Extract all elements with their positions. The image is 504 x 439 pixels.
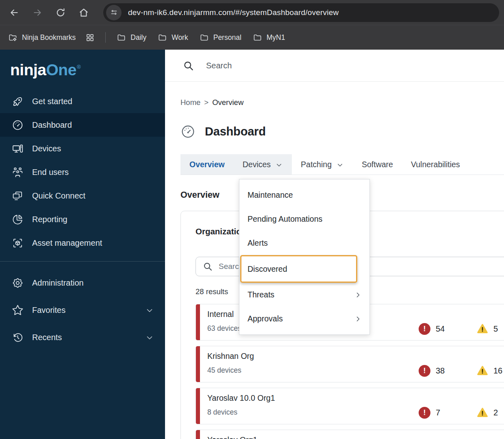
folder-gear-icon xyxy=(8,33,17,42)
org-name: Internal xyxy=(207,310,234,319)
global-search-input[interactable] xyxy=(205,61,378,71)
tab-patching[interactable]: Patching xyxy=(292,154,353,175)
reload-button[interactable] xyxy=(55,7,66,18)
tab-overview[interactable]: Overview xyxy=(180,154,234,175)
address-bar[interactable]: dev-nm-ik6.dev.ninjarmm.com/#/systemDash… xyxy=(103,3,499,22)
org-name: Yaroslav Org1 xyxy=(207,435,257,439)
sidebar-item-favorites[interactable]: Favorites xyxy=(0,297,165,324)
menu-item-maintenance[interactable]: Maintenance xyxy=(239,183,369,207)
star-icon xyxy=(12,304,24,316)
dashboard-gauge-icon xyxy=(180,124,196,139)
folder-icon xyxy=(158,33,167,42)
error-badge-icon: ! xyxy=(419,323,430,335)
org-device-count: 63 devices xyxy=(207,324,241,333)
sidebar-item-recents[interactable]: Recents xyxy=(0,324,165,351)
logo-one-text: One xyxy=(46,61,76,79)
main-area: Home > Overview Dashboard Overview Devic… xyxy=(165,50,504,439)
sidebar-item-asset-management[interactable]: Asset management xyxy=(0,231,165,255)
devices-dropdown-menu: Maintenance Pending Automations Alerts D… xyxy=(239,179,370,335)
sidebar-item-label: Get started xyxy=(32,97,72,106)
org-health-bar xyxy=(196,304,200,340)
sidebar-item-quick-connect[interactable]: Quick Connect xyxy=(0,184,165,207)
sidebar-item-reporting[interactable]: Reporting xyxy=(0,207,165,231)
sidebar-nav-bottom: Administration Favorites Recents xyxy=(0,269,165,351)
sidebar-item-end-users[interactable]: End users xyxy=(0,160,165,184)
menu-item-label: Pending Automations xyxy=(248,214,322,224)
sidebar-item-administration[interactable]: Administration xyxy=(0,269,165,297)
apps-button[interactable] xyxy=(85,33,95,42)
tab-label: Devices xyxy=(243,160,271,169)
org-error-group: ! 54 xyxy=(419,323,445,335)
tab-label: Overview xyxy=(189,160,225,169)
org-error-group: ! 38 xyxy=(419,365,445,377)
connect-icon xyxy=(12,190,24,202)
dashboard-tabs: Overview Devices Patching Software Vulne… xyxy=(180,154,504,175)
bookmark-folder-personal[interactable]: Personal xyxy=(200,33,241,42)
sidebar-item-label: Reporting xyxy=(32,215,67,224)
bookmark-folder-myn1[interactable]: MyN1 xyxy=(253,33,285,42)
menu-item-label: Maintenance xyxy=(248,190,293,200)
error-badge-icon: ! xyxy=(419,365,430,377)
bookmark-folder-label: MyN1 xyxy=(267,33,285,42)
bookmarks-root-label: Ninja Bookmarks xyxy=(22,33,76,42)
forward-button[interactable] xyxy=(32,7,43,18)
tab-devices[interactable]: Devices xyxy=(234,154,292,175)
org-name: Krishnan Org xyxy=(207,352,254,361)
breadcrumb-home[interactable]: Home xyxy=(180,98,200,107)
bookmark-folder-label: Work xyxy=(172,33,188,42)
chevron-down-icon xyxy=(145,333,154,342)
chevron-down-icon xyxy=(145,306,154,315)
ninjaone-logo[interactable]: ninjaOne® xyxy=(0,50,165,79)
warning-count: 16 xyxy=(493,366,502,376)
logo-ninja-text: ninja xyxy=(10,61,46,79)
bookmarks-bar: Ninja Bookmarks DailyWorkPersonalMyN1 xyxy=(0,25,504,50)
org-row-yaroslav-org1[interactable]: Yaroslav Org1 xyxy=(196,430,504,439)
org-health-bar xyxy=(196,430,200,439)
home-button[interactable] xyxy=(78,7,89,18)
pie-icon xyxy=(12,214,24,225)
warning-triangle-icon xyxy=(476,407,489,418)
site-settings-button[interactable] xyxy=(106,5,122,20)
org-warning-group: 2 xyxy=(476,407,498,418)
bookmark-folder-daily[interactable]: Daily xyxy=(117,33,146,42)
gear-icon xyxy=(12,277,24,289)
breadcrumb: Home > Overview xyxy=(180,98,504,107)
error-count: 38 xyxy=(436,366,445,376)
page-title: Dashboard xyxy=(205,125,266,138)
folder-icon xyxy=(253,33,262,42)
bookmarks-separator xyxy=(105,32,106,43)
menu-item-threats[interactable]: Threats xyxy=(239,283,369,307)
rocket-icon xyxy=(12,96,24,107)
error-badge-icon: ! xyxy=(419,407,430,419)
back-button[interactable] xyxy=(9,7,20,18)
menu-item-label: Discovered xyxy=(248,264,287,274)
menu-item-pending-automations[interactable]: Pending Automations xyxy=(239,207,369,231)
folder-icon xyxy=(117,33,126,42)
menu-item-approvals[interactable]: Approvals xyxy=(239,307,369,331)
sidebar-item-label: End users xyxy=(32,168,69,177)
browser-toolbar: dev-nm-ik6.dev.ninjarmm.com/#/systemDash… xyxy=(0,0,504,25)
menu-item-label: Approvals xyxy=(248,314,283,323)
apps-grid-icon xyxy=(85,33,95,42)
org-row-krishnan-org[interactable]: Krishnan Org 45 devices ! 38 16 xyxy=(196,346,504,382)
org-error-group: ! 7 xyxy=(419,407,440,419)
global-search-bar xyxy=(165,50,504,82)
devices-icon xyxy=(12,143,24,155)
chevron-right-icon xyxy=(354,291,362,299)
org-device-count: 8 devices xyxy=(207,408,237,417)
menu-item-label: Alerts xyxy=(248,238,268,248)
search-icon xyxy=(203,262,213,271)
menu-item-alerts[interactable]: Alerts xyxy=(239,231,369,255)
sidebar-divider xyxy=(0,261,165,262)
bookmark-folder-work[interactable]: Work xyxy=(158,33,188,42)
tab-software[interactable]: Software xyxy=(353,154,402,175)
menu-item-discovered[interactable]: Discovered xyxy=(240,255,357,283)
sidebar-item-devices[interactable]: Devices xyxy=(0,137,165,160)
org-row-yaroslav-10-0-org1[interactable]: Yaroslav 10.0 Org1 8 devices ! 7 2 xyxy=(196,388,504,424)
tab-label: Software xyxy=(362,160,393,169)
sidebar-item-label: Quick Connect xyxy=(32,191,85,201)
sidebar-item-dashboard[interactable]: Dashboard xyxy=(0,113,165,137)
bookmarks-root-folder[interactable]: Ninja Bookmarks xyxy=(8,33,76,42)
sidebar-item-get-started[interactable]: Get started xyxy=(0,90,165,113)
tab-vulnerabilities[interactable]: Vulnerabilities xyxy=(402,154,469,175)
